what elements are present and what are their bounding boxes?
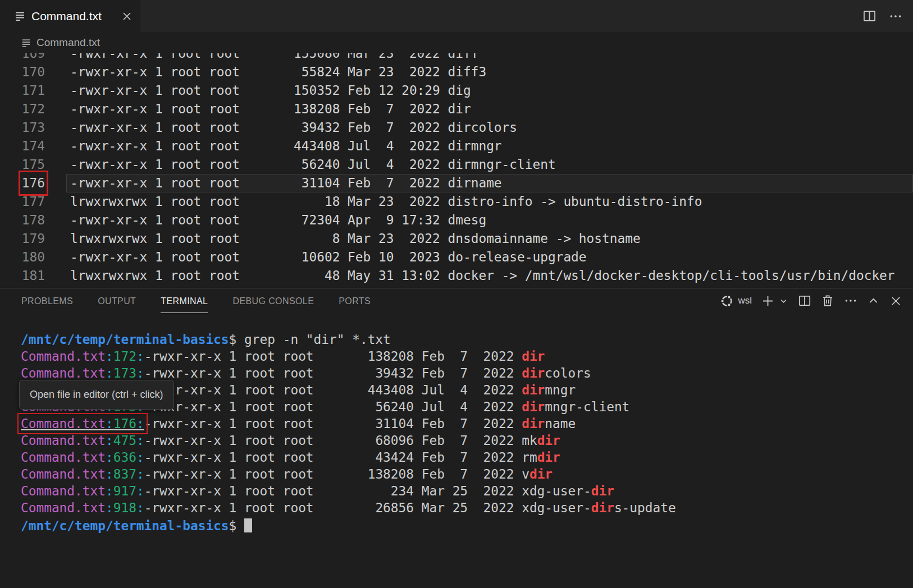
file-line-link[interactable]: Command.txt:636: (21, 450, 144, 465)
line-number-value: 174 (22, 137, 45, 155)
close-tab-icon[interactable] (121, 11, 133, 22)
grep-line-number: 172 (113, 349, 136, 364)
editor-actions (862, 0, 903, 32)
prompt-symbol: $ (229, 518, 237, 533)
breadcrumb-item-command-txt[interactable]: Command.txt (36, 36, 100, 49)
grep-filename-part: v (522, 467, 529, 481)
editor-line: 170-rwxr-xr-x 1 root root 55824 Mar 23 2… (0, 63, 913, 81)
grep-line-number: 475 (113, 433, 136, 448)
more-actions-icon[interactable] (843, 293, 858, 308)
line-number-value: 176 (22, 174, 45, 192)
terminal-dropdown-chevron-icon[interactable] (778, 296, 789, 306)
editor-line: 169-rwxr-xr-x 1 root root 155080 Mar 23 … (0, 53, 913, 63)
terminal-cursor (244, 518, 252, 532)
editor[interactable]: 169-rwxr-xr-x 1 root root 155080 Mar 23 … (0, 53, 913, 288)
editor-line-text: lrwxrwxrwx 1 root root 48 May 31 13:02 d… (66, 267, 913, 285)
grep-filename: Command.txt (21, 467, 106, 481)
editor-line-text: -rwxr-xr-x 1 root root 155080 Mar 23 202… (66, 53, 913, 63)
grep-separator: : (136, 450, 144, 465)
grep-match: dir (522, 366, 545, 380)
prompt-path: /mnt/c/temp/terminal-basics (21, 518, 229, 533)
editor-line-text: -rwxr-xr-x 1 root root 138208 Feb 7 2022… (66, 100, 913, 118)
editor-line-text: -rwxr-xr-x 1 root root 150352 Feb 12 20:… (66, 81, 913, 100)
file-line-link[interactable]: Command.txt:837: (21, 467, 144, 481)
grep-line-number: 636 (113, 450, 136, 465)
more-actions-icon[interactable] (888, 9, 903, 24)
line-number: 169 (0, 53, 45, 63)
grep-line-number: 837 (113, 467, 136, 481)
line-number: 178 (0, 211, 45, 229)
close-panel-icon[interactable] (889, 294, 903, 308)
line-number: 181 (0, 267, 45, 285)
terminal[interactable]: /mnt/c/temp/terminal-basics$ grep -n "di… (0, 313, 913, 563)
new-terminal-icon[interactable] (760, 293, 775, 309)
panel-tab-output[interactable]: OUTPUT (98, 288, 136, 313)
prompt-path: /mnt/c/temp/terminal-basics (21, 332, 229, 347)
terminal-profile[interactable]: wsl (720, 294, 752, 308)
tab-command-txt[interactable]: Command.txt (0, 0, 140, 32)
panel-actions: wsl (720, 293, 903, 309)
prompt-symbol: $ (229, 332, 237, 347)
grep-filename: Command.txt (21, 349, 106, 364)
grep-filename: Command.txt (21, 484, 106, 498)
grep-match: dir (537, 433, 560, 448)
panel-tab-debug-console[interactable]: DEBUG CONSOLE (232, 288, 314, 313)
grep-filename-part: mngr (545, 383, 576, 397)
grep-match: dir (522, 349, 545, 364)
grep-line-body: -rwxr-xr-x 1 root root 234 Mar 25 2022 (144, 484, 522, 498)
editor-line-text: -rwxr-xr-x 1 root root 55824 Mar 23 2022… (66, 63, 913, 81)
grep-separator: : (106, 450, 113, 465)
grep-match: dir (591, 484, 614, 498)
grep-line-body: -rwxr-xr-x 1 root root 26856 Mar 25 2022 (144, 500, 522, 515)
maximize-panel-icon[interactable] (866, 294, 880, 308)
grep-match: dir (522, 383, 545, 397)
grep-separator: : (106, 416, 113, 431)
grep-filename: Command.txt (21, 433, 106, 448)
terminal-grep-row: Command.txt:475:-rwxr-xr-x 1 root root 6… (21, 432, 913, 449)
terminal-grep-row: Command.txt:173:-rwxr-xr-x 1 root root 3… (21, 365, 913, 382)
grep-line-number: 918 (113, 500, 136, 515)
line-number-value: 177 (22, 192, 45, 211)
vscode-window: Command.txt Command.txt 169-r (0, 0, 913, 588)
line-number-value: 170 (22, 63, 45, 81)
file-line-link[interactable]: Command.txt:173: (21, 366, 144, 380)
grep-separator: : (106, 467, 113, 481)
file-line-link[interactable]: Command.txt:475: (21, 433, 144, 448)
grep-separator: : (106, 500, 113, 515)
panel-tab-ports[interactable]: PORTS (339, 288, 371, 313)
grep-separator: : (136, 433, 144, 448)
line-number-value: 175 (22, 155, 45, 174)
line-number-value: 172 (22, 100, 45, 118)
kill-terminal-trash-icon[interactable] (820, 293, 835, 308)
editor-line-text: lrwxrwxrwx 1 root root 8 Mar 23 2022 dns… (66, 229, 913, 248)
panel-titlebar: PROBLEMSOUTPUTTERMINALDEBUG CONSOLEPORTS (0, 288, 913, 313)
editor-tab-bar: Command.txt (0, 0, 913, 32)
terminal-command: grep -n "dir" *.txt (236, 332, 391, 347)
editor-line: 179lrwxrwxrwx 1 root root 8 Mar 23 2022 … (0, 229, 913, 248)
new-terminal-control (760, 293, 789, 309)
grep-line-body: -rwxr-xr-x 1 root root 68096 Feb 7 2022 (144, 433, 522, 448)
grep-separator: : (106, 349, 113, 364)
terminal-prompt-line: /mnt/c/temp/terminal-basics$ (21, 516, 913, 533)
file-line-link[interactable]: Command.txt:918: (21, 500, 144, 515)
file-line-link[interactable]: Command.txt:917: (21, 484, 144, 498)
grep-match: dir (591, 500, 614, 515)
split-terminal-icon[interactable] (797, 293, 812, 308)
panel-tab-terminal[interactable]: TERMINAL (161, 288, 208, 313)
grep-filename-part: mngr-client (545, 399, 629, 414)
file-line-link[interactable]: Command.txt:176: (21, 416, 144, 431)
grep-line-body: -rwxr-xr-x 1 root root 443408 Jul 4 2022 (144, 383, 522, 397)
grep-line-number: 917 (113, 484, 136, 498)
split-editor-icon[interactable] (862, 8, 877, 24)
editor-line-text: lrwxrwxrwx 1 root root 18 Mar 23 2022 di… (66, 192, 913, 211)
line-number: 170 (0, 63, 45, 81)
terminal-grep-row: Command.txt:176:-rwxr-xr-x 1 root root 3… (21, 415, 913, 432)
grep-separator: : (136, 349, 144, 364)
terminal-grep-row: Command.txt:837:-rwxr-xr-x 1 root root 1… (21, 466, 913, 483)
editor-line-text: -rwxr-xr-x 1 root root 443408 Jul 4 2022… (66, 137, 913, 155)
editor-line-text: -rwxr-xr-x 1 root root 10602 Feb 10 2023… (66, 248, 913, 267)
editor-line: 176-rwxr-xr-x 1 root root 31104 Feb 7 20… (0, 174, 913, 192)
file-line-link[interactable]: Command.txt:172: (21, 349, 144, 364)
line-number: 175 (0, 155, 45, 174)
panel-tab-problems[interactable]: PROBLEMS (21, 288, 73, 313)
